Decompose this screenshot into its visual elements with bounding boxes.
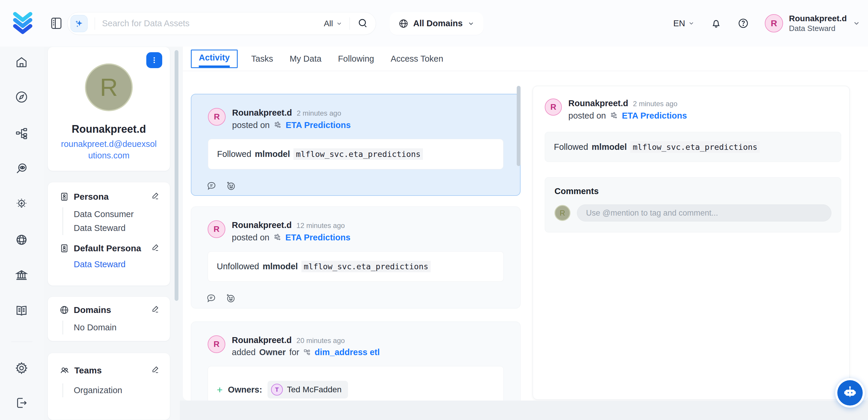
divider (95, 18, 95, 30)
comments-title: Comments (555, 186, 831, 196)
app-logo-icon[interactable] (11, 11, 35, 36)
nav-domains-icon[interactable] (15, 233, 28, 248)
nav-logout-icon[interactable] (15, 396, 28, 411)
profile-more-button[interactable] (146, 52, 162, 68)
nav-observability-icon[interactable] (15, 162, 28, 176)
ai-sparkle-icon[interactable] (70, 15, 88, 32)
chatbot-button[interactable] (835, 378, 865, 408)
nav-settings-icon[interactable] (15, 361, 28, 376)
post-body-prefix: Followed (217, 149, 251, 159)
post-action: posted on (568, 112, 606, 120)
search-input[interactable] (102, 19, 324, 28)
post-body-code: mlflow_svc.eta_predictions (630, 141, 760, 153)
profile-name: Rounakpreet.d (48, 123, 170, 136)
bottom-strip (180, 400, 868, 420)
post-author[interactable]: Rounakpreet.d (232, 109, 292, 117)
chevron-down-icon (336, 20, 342, 27)
feed-scrollbar[interactable] (517, 86, 521, 166)
mlmodel-icon (273, 233, 282, 242)
divider (349, 18, 350, 30)
post-action-suffix: for (289, 348, 299, 357)
nav-govern-icon[interactable] (15, 268, 28, 283)
post-body-entity: mlmodel (592, 142, 627, 152)
edit-domains-icon[interactable] (151, 304, 160, 315)
tab-following[interactable]: Following (338, 54, 374, 64)
tab-access-token[interactable]: Access Token (391, 54, 443, 64)
domains-title: Domains (74, 305, 111, 315)
tab-tasks[interactable]: Tasks (251, 54, 273, 64)
nav-glossary-icon[interactable] (15, 304, 28, 319)
post-time: 12 minutes ago (297, 222, 345, 229)
user-text: Rounakpreet.d Data Steward (789, 13, 847, 33)
sidebar-toggle-icon[interactable] (50, 17, 63, 31)
notifications-bell-icon[interactable] (711, 18, 722, 29)
nav-home-icon[interactable] (15, 55, 28, 70)
post-body-code: mlflow_svc.eta_predictions (293, 148, 423, 160)
add-reaction-icon[interactable] (225, 293, 236, 303)
robot-icon (837, 380, 863, 406)
avatar: R (208, 335, 225, 353)
avatar: R (545, 98, 562, 116)
post-author[interactable]: Rounakpreet.d (232, 221, 292, 230)
persona-title: Persona (74, 192, 108, 202)
post-time: 2 minutes ago (633, 100, 678, 107)
post-time: 20 minutes ago (297, 337, 345, 344)
nav-lineage-icon[interactable] (15, 126, 28, 141)
search-scope-dropdown[interactable]: All (324, 19, 342, 28)
persona-item: Data Steward (74, 221, 160, 235)
user-role: Data Steward (789, 24, 847, 33)
post-action: posted on (232, 233, 269, 242)
topbar-right-cluster: EN R Rounakpreet.d Da (673, 0, 860, 47)
domains-selector[interactable]: All Domains (390, 12, 484, 35)
user-name: Rounakpreet.d (789, 13, 847, 24)
search-icon[interactable] (358, 18, 368, 30)
activity-card-selected[interactable]: R Rounakpreet.d 2 minutes ago posted on … (191, 94, 521, 196)
edit-teams-icon[interactable] (151, 365, 160, 376)
edit-default-persona-icon[interactable] (151, 243, 160, 253)
post-target-link[interactable]: dim_address etl (315, 348, 380, 357)
edit-persona-icon[interactable] (151, 191, 160, 202)
chevron-down-icon (852, 20, 860, 27)
top-bar: All All Domains EN (0, 0, 868, 47)
tab-my-data[interactable]: My Data (290, 54, 321, 64)
profile-email-link[interactable]: rounakpreet.d@deuexsolutions.com (60, 138, 157, 161)
comment-input[interactable] (577, 204, 831, 221)
post-body-entity: mlmodel (262, 262, 298, 271)
left-scrollbar[interactable] (175, 50, 179, 301)
pipeline-icon (303, 348, 311, 357)
avatar: R (765, 14, 783, 32)
post-author[interactable]: Rounakpreet.d (568, 99, 628, 108)
chevron-down-icon (467, 20, 474, 27)
mlmodel-icon (609, 111, 618, 120)
post-action: posted on (232, 121, 270, 129)
post-target-link[interactable]: ETA Predictions (285, 233, 350, 242)
avatar: R (555, 205, 570, 221)
user-menu[interactable]: R Rounakpreet.d Data Steward (765, 13, 860, 33)
post-body-prefix: Unfollowed (217, 262, 259, 271)
nav-insights-icon[interactable] (15, 197, 28, 212)
default-persona-value[interactable]: Data Steward (74, 260, 160, 269)
post-target-link[interactable]: ETA Predictions (622, 112, 687, 120)
comment-icon[interactable] (206, 293, 216, 303)
avatar: T (271, 384, 283, 395)
teams-card: Teams Organization (48, 353, 170, 420)
post-body-prefix: Followed (554, 142, 588, 152)
team-item: Organization (74, 384, 160, 397)
activity-card[interactable]: R Rounakpreet.d 12 minutes ago posted on… (191, 206, 521, 308)
domain-item: No Domain (74, 321, 160, 334)
post-author[interactable]: Rounakpreet.d (232, 336, 292, 344)
global-search: All (67, 12, 376, 35)
nav-explore-icon[interactable] (15, 90, 28, 105)
tab-activity[interactable]: Activity (191, 50, 238, 68)
default-persona-icon (60, 244, 69, 253)
comment-icon[interactable] (206, 181, 217, 191)
language-selector[interactable]: EN (673, 19, 694, 28)
post-action-prefix: added (232, 348, 256, 357)
post-target-link[interactable]: ETA Predictions (285, 121, 351, 129)
help-icon[interactable] (738, 18, 749, 29)
profile-card: R Rounakpreet.d rounakpreet.d@deuexsolut… (48, 47, 170, 171)
add-reaction-icon[interactable] (226, 181, 236, 191)
owner-chip[interactable]: T Ted McFadden (268, 381, 348, 398)
dots-vertical-icon (150, 56, 158, 64)
avatar: R (208, 108, 226, 126)
